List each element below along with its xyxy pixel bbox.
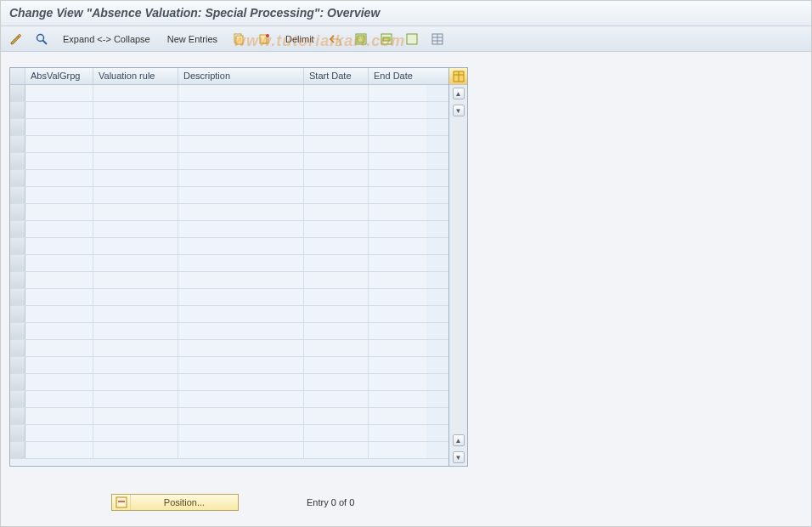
cell-valuation-rule[interactable] <box>93 170 178 186</box>
cell-description[interactable] <box>178 136 304 152</box>
cell-absvalgrpg[interactable] <box>25 221 93 237</box>
cell-start-date[interactable] <box>304 119 369 135</box>
cell-absvalgrpg[interactable] <box>25 408 93 424</box>
cell-description[interactable] <box>178 255 304 271</box>
table-row[interactable] <box>10 323 448 340</box>
cell-valuation-rule[interactable] <box>93 289 178 305</box>
table-row[interactable] <box>10 255 448 272</box>
cell-valuation-rule[interactable] <box>93 119 178 135</box>
cell-end-date[interactable] <box>369 85 426 101</box>
column-header[interactable]: Start Date <box>304 68 369 84</box>
table-row[interactable] <box>10 442 448 459</box>
cell-valuation-rule[interactable] <box>93 272 178 288</box>
row-selector[interactable] <box>10 221 25 237</box>
cell-description[interactable] <box>178 102 304 118</box>
table-row[interactable] <box>10 204 448 221</box>
row-selector[interactable] <box>10 102 25 118</box>
column-header[interactable]: Valuation rule <box>93 68 178 84</box>
cell-valuation-rule[interactable] <box>93 153 178 169</box>
cell-valuation-rule[interactable] <box>93 136 178 152</box>
cell-start-date[interactable] <box>304 153 369 169</box>
row-selector[interactable] <box>10 306 25 322</box>
cell-absvalgrpg[interactable] <box>25 119 93 135</box>
row-selector[interactable] <box>10 272 25 288</box>
cell-start-date[interactable] <box>304 221 369 237</box>
row-selector[interactable] <box>10 136 25 152</box>
cell-absvalgrpg[interactable] <box>25 425 93 441</box>
row-selector[interactable] <box>10 289 25 305</box>
cell-description[interactable] <box>178 119 304 135</box>
cell-description[interactable] <box>178 238 304 254</box>
cell-valuation-rule[interactable] <box>93 255 178 271</box>
details-button[interactable] <box>31 30 52 48</box>
table-row[interactable] <box>10 221 448 238</box>
cell-description[interactable] <box>178 374 304 390</box>
cell-absvalgrpg[interactable] <box>25 204 93 220</box>
cell-start-date[interactable] <box>304 136 369 152</box>
cell-start-date[interactable] <box>304 85 369 101</box>
cell-absvalgrpg[interactable] <box>25 306 93 322</box>
cell-description[interactable] <box>178 187 304 203</box>
cell-end-date[interactable] <box>369 408 426 424</box>
cell-start-date[interactable] <box>304 238 369 254</box>
cell-absvalgrpg[interactable] <box>25 255 93 271</box>
table-row[interactable] <box>10 272 448 289</box>
cell-end-date[interactable] <box>369 136 426 152</box>
cell-end-date[interactable] <box>369 357 426 373</box>
cell-absvalgrpg[interactable] <box>25 85 93 101</box>
row-selector[interactable] <box>10 408 25 424</box>
scroll-up-button-bottom[interactable]: ▲ <box>453 434 465 446</box>
cell-description[interactable] <box>178 408 304 424</box>
delimit-button[interactable]: Delimit <box>279 30 320 48</box>
cell-description[interactable] <box>178 357 304 373</box>
column-header[interactable]: AbsValGrpg <box>25 68 93 84</box>
cell-valuation-rule[interactable] <box>93 442 178 458</box>
cell-end-date[interactable] <box>369 221 426 237</box>
cell-end-date[interactable] <box>369 391 426 407</box>
cell-end-date[interactable] <box>369 238 426 254</box>
cell-end-date[interactable] <box>369 323 426 339</box>
cell-absvalgrpg[interactable] <box>25 340 93 356</box>
scroll-down-button-bottom[interactable]: ▼ <box>453 451 465 463</box>
cell-description[interactable] <box>178 442 304 458</box>
row-selector[interactable] <box>10 204 25 220</box>
cell-absvalgrpg[interactable] <box>25 289 93 305</box>
row-selector[interactable] <box>10 85 25 101</box>
cell-valuation-rule[interactable] <box>93 340 178 356</box>
cell-description[interactable] <box>178 85 304 101</box>
cell-valuation-rule[interactable] <box>93 357 178 373</box>
position-button[interactable]: Position... <box>111 494 239 511</box>
cell-end-date[interactable] <box>369 272 426 288</box>
cell-description[interactable] <box>178 153 304 169</box>
row-selector[interactable] <box>10 340 25 356</box>
cell-absvalgrpg[interactable] <box>25 272 93 288</box>
cell-valuation-rule[interactable] <box>93 306 178 322</box>
cell-start-date[interactable] <box>304 442 369 458</box>
row-selector[interactable] <box>10 425 25 441</box>
cell-valuation-rule[interactable] <box>93 187 178 203</box>
table-row[interactable] <box>10 153 448 170</box>
cell-start-date[interactable] <box>304 102 369 118</box>
table-settings-button[interactable] <box>427 30 448 48</box>
table-row[interactable] <box>10 170 448 187</box>
column-header[interactable]: Description <box>178 68 304 84</box>
cell-start-date[interactable] <box>304 425 369 441</box>
cell-description[interactable] <box>178 221 304 237</box>
table-row[interactable] <box>10 374 448 391</box>
cell-end-date[interactable] <box>369 153 426 169</box>
copy-button[interactable] <box>228 30 249 48</box>
cell-start-date[interactable] <box>304 170 369 186</box>
cell-absvalgrpg[interactable] <box>25 442 93 458</box>
undo-button[interactable] <box>325 30 346 48</box>
row-selector[interactable] <box>10 119 25 135</box>
cell-end-date[interactable] <box>369 306 426 322</box>
row-selector[interactable] <box>10 357 25 373</box>
cell-absvalgrpg[interactable] <box>25 391 93 407</box>
row-selector[interactable] <box>10 391 25 407</box>
table-row[interactable] <box>10 357 448 374</box>
cell-start-date[interactable] <box>304 391 369 407</box>
expand-collapse-button[interactable]: Expand <-> Collapse <box>57 30 156 48</box>
table-row[interactable] <box>10 306 448 323</box>
cell-end-date[interactable] <box>369 374 426 390</box>
cell-end-date[interactable] <box>369 170 426 186</box>
